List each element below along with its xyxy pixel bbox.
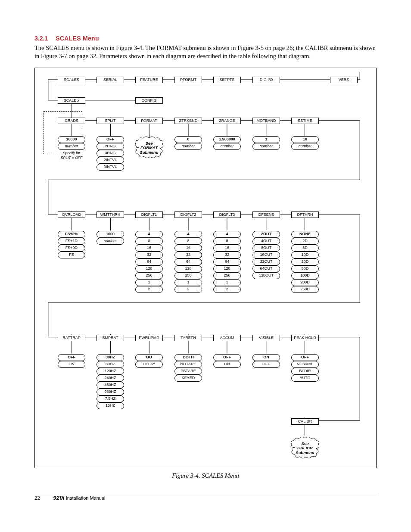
param-dfsens: DFSENS bbox=[252, 212, 280, 218]
d2o8: 2 bbox=[174, 286, 202, 293]
dt8: 250D bbox=[291, 286, 319, 293]
d1o6: 256 bbox=[135, 272, 163, 279]
ds5: 64OUT bbox=[252, 265, 280, 272]
param-split: SPLIT bbox=[97, 118, 124, 124]
param-pwrupmd: PWRUPMD bbox=[135, 335, 163, 341]
param-wmtthrh: WMTTHRH bbox=[97, 212, 124, 218]
menu-digio: DIG I/O bbox=[252, 77, 280, 83]
zrange-number: number bbox=[213, 143, 241, 150]
d1o3: 32 bbox=[135, 252, 163, 258]
param-grads: GRADS bbox=[58, 118, 85, 124]
ds1: 4OUT bbox=[252, 238, 280, 245]
menu-scalex: SCALE x bbox=[58, 97, 85, 104]
param-digflt2: DIGFLT2 bbox=[174, 212, 202, 218]
d3o4: 64 bbox=[213, 258, 241, 265]
ac1: ON bbox=[213, 361, 241, 368]
footer-rule bbox=[34, 493, 377, 493]
dt2: 5D bbox=[291, 245, 319, 252]
menu-config: CONFIG bbox=[135, 97, 163, 104]
sm2: 120HZ bbox=[97, 368, 124, 375]
ds4: 32OUT bbox=[252, 258, 280, 265]
smprat-default: 30HZ bbox=[97, 354, 124, 361]
d3o2: 16 bbox=[213, 245, 241, 252]
tf1: NOTARE bbox=[174, 361, 202, 368]
param-tarefn: TAREFN bbox=[174, 335, 202, 341]
d2o5: 128 bbox=[174, 265, 202, 272]
ph3: AUTO bbox=[291, 375, 319, 382]
param-smprat: SMPRAT bbox=[97, 335, 124, 341]
ovrload-1: FS+1D bbox=[58, 238, 85, 245]
dt7: 200D bbox=[291, 279, 319, 286]
vi1: OFF bbox=[252, 361, 280, 368]
page-footer: 22 920i Installation Manual bbox=[34, 494, 377, 502]
d3o8: 2 bbox=[213, 286, 241, 293]
pwrupmd-default: GO bbox=[135, 354, 163, 361]
tf3: KEYED bbox=[174, 375, 202, 382]
ovrload-2: FS+9D bbox=[58, 245, 85, 252]
split-3intvl: 3INTVL bbox=[97, 164, 124, 171]
d3o1: 8 bbox=[213, 238, 241, 245]
ztrkbnd-number: number bbox=[174, 143, 202, 150]
sm3: 240HZ bbox=[97, 375, 124, 382]
d3o5: 128 bbox=[213, 265, 241, 272]
connector-lines bbox=[35, 68, 376, 468]
d1o7: 1 bbox=[135, 279, 163, 286]
sm5: 960HZ bbox=[97, 389, 124, 395]
split-2intvl: 2INTVL bbox=[97, 157, 124, 164]
sstime-number: number bbox=[291, 143, 319, 150]
footer-model: 920i bbox=[53, 495, 64, 501]
figure-caption: Figure 3-4. SCALES Menu bbox=[34, 472, 377, 480]
footer-manual: Installation Manual bbox=[66, 495, 106, 501]
param-calibr: CALIBR bbox=[291, 418, 319, 425]
param-digflt3: DIGFLT3 bbox=[213, 212, 241, 218]
motband-number: number bbox=[252, 143, 280, 150]
menu-serial: SERIAL bbox=[97, 77, 124, 83]
menu-setpts: SETPTS bbox=[213, 77, 241, 83]
d2o7: 1 bbox=[174, 279, 202, 286]
grads-number: number bbox=[58, 143, 85, 150]
param-format: FORMAT bbox=[135, 118, 163, 124]
d3o7: 1 bbox=[213, 279, 241, 286]
d3o3: 32 bbox=[213, 252, 241, 258]
zrange-default: 1.900000 bbox=[213, 136, 241, 143]
body-paragraph: The SCALES menu is shown in Figure 3-4. … bbox=[34, 44, 377, 61]
param-motband: MOTBAND bbox=[252, 118, 280, 124]
grads-default: 10000 bbox=[58, 136, 85, 143]
dt5: 50D bbox=[291, 265, 319, 272]
visible-default: ON bbox=[252, 354, 280, 361]
split-default: OFF bbox=[97, 136, 124, 143]
param-ovrload: OVRLOAD bbox=[58, 212, 85, 218]
section-title: SCALES Menu bbox=[56, 35, 99, 42]
accum-default: OFF bbox=[213, 354, 241, 361]
pw1: DELAY bbox=[135, 361, 163, 368]
d2o4: 64 bbox=[174, 258, 202, 265]
ds2: 8OUT bbox=[252, 245, 280, 252]
format-submenu-ref: SeeFORMATSubmenu bbox=[134, 136, 164, 159]
digflt2-default: 4 bbox=[174, 231, 202, 238]
d1o8: 2 bbox=[135, 286, 163, 293]
ds6: 128OUT bbox=[252, 272, 280, 279]
menu-vers: VERS bbox=[330, 77, 358, 83]
calibr-submenu-ref: SeeCALIBRSubmenu bbox=[290, 436, 320, 459]
ds3: 16OUT bbox=[252, 252, 280, 258]
menu-pformt: PFORMT bbox=[174, 77, 202, 83]
param-sstime: SSTIME bbox=[291, 118, 319, 124]
page-number: 22 bbox=[34, 494, 52, 502]
dt3: 10D bbox=[291, 252, 319, 258]
sstime-default: 10 bbox=[291, 136, 319, 143]
peakhold-default: OFF bbox=[291, 354, 319, 361]
ph1: NORMAL bbox=[291, 361, 319, 368]
tf2: PBTARE bbox=[174, 368, 202, 375]
dfthrh-default: NONE bbox=[291, 231, 319, 238]
digflt3-default: 4 bbox=[213, 231, 241, 238]
d1o2: 16 bbox=[135, 245, 163, 252]
menu-scales: SCALES bbox=[58, 77, 85, 83]
param-zrange: ZRANGE bbox=[213, 118, 241, 124]
ph2: BI-DIR bbox=[291, 368, 319, 375]
param-ztrkbnd: ZTRKBND bbox=[174, 118, 202, 124]
section-number: 3.2.1 bbox=[34, 35, 48, 42]
dt6: 100D bbox=[291, 272, 319, 279]
sm6: 7.5HZ bbox=[97, 395, 124, 402]
rattrap-default: OFF bbox=[58, 354, 85, 361]
d2o6: 256 bbox=[174, 272, 202, 279]
